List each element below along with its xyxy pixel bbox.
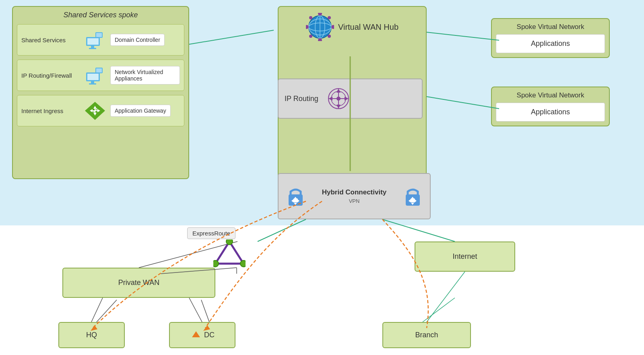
hybrid-connectivity-box: ✛ Hybrid Connectivity VPN: [278, 173, 431, 219]
lock-icon-right: [402, 184, 424, 208]
shared-services-label: Shared Services: [21, 37, 80, 43]
svg-rect-15: [91, 46, 94, 48]
ip-routing-row: IP Routing/Firewall Network Virtualized …: [17, 60, 184, 91]
svg-point-75: [240, 260, 246, 267]
dc-arrow-icon: [190, 329, 202, 341]
spoke-vnet-2: Spoke Virtual Network Applications: [491, 87, 610, 126]
svg-point-39: [318, 38, 322, 41]
internet-ingress-label: Internet Ingress: [21, 107, 80, 114]
routing-icon: [326, 87, 351, 111]
hybrid-connectivity-label: Hybrid Connectivity VPN: [322, 188, 387, 204]
expressroute-icon: [213, 239, 246, 269]
svg-line-72: [229, 241, 244, 264]
svg-point-40: [306, 25, 309, 29]
domain-controller-label: Domain Controller: [110, 34, 165, 46]
svg-rect-14: [87, 38, 99, 45]
internet-box: Internet: [415, 241, 515, 272]
dc-label: DC: [204, 331, 215, 339]
wan-hub-header: Virtual WAN Hub: [279, 7, 426, 45]
svg-marker-53: [336, 105, 341, 109]
svg-rect-24: [96, 68, 102, 72]
shared-services-spoke-title: Shared Services spoke: [17, 11, 184, 19]
application-gateway-label: Application Gateway: [110, 105, 171, 117]
svg-point-44: [309, 35, 312, 38]
dc-box: DC: [169, 322, 235, 348]
svg-marker-55: [328, 97, 332, 101]
spoke-vnet-1-title: Spoke Virtual Network: [496, 23, 605, 31]
private-wan-label: Private WAN: [118, 279, 159, 287]
svg-point-38: [318, 13, 322, 16]
wan-hub-title: Virtual WAN Hub: [338, 23, 398, 32]
internet-label: Internet: [452, 252, 477, 261]
ip-routing-text: IP Routing: [285, 95, 318, 103]
svg-point-43: [328, 16, 331, 19]
shared-services-row: Shared Services Domain Controller: [17, 24, 184, 56]
svg-rect-20: [87, 74, 99, 80]
svg-point-42: [309, 16, 312, 19]
svg-point-73: [226, 239, 233, 245]
expressroute-label: ExpressRoute: [187, 227, 235, 239]
svg-rect-18: [96, 33, 102, 37]
spoke-vnet-1-inner: Applications: [496, 34, 605, 53]
network-virtualized-label: Network Virtualized Appliances: [110, 66, 180, 85]
svg-point-74: [213, 260, 219, 267]
svg-point-45: [328, 35, 331, 38]
gateway-icon: ⤢: [83, 99, 107, 123]
svg-marker-51: [345, 97, 349, 101]
svg-rect-65: [411, 198, 415, 202]
svg-line-70: [215, 241, 229, 264]
hq-label: HQ: [86, 331, 97, 339]
server-icon-1: [83, 28, 107, 52]
ip-routing-label: IP Routing/Firewall: [21, 72, 80, 79]
svg-marker-49: [336, 89, 341, 93]
shared-services-spoke: Shared Services spoke Shared Services Do…: [12, 6, 189, 179]
svg-point-56: [336, 97, 341, 101]
server-icon-2: [83, 63, 107, 87]
branch-box: Branch: [382, 322, 471, 348]
branch-label: Branch: [415, 331, 438, 339]
svg-rect-21: [91, 81, 94, 83]
private-wan-box: Private WAN: [62, 268, 215, 298]
spoke-vnet-2-title: Spoke Virtual Network: [496, 91, 605, 99]
svg-rect-16: [89, 48, 96, 49]
svg-point-41: [331, 25, 334, 29]
svg-marker-76: [192, 331, 200, 337]
hq-box: HQ: [58, 322, 125, 348]
svg-text:✛: ✛: [294, 199, 297, 203]
lock-icon-left: ✛: [285, 184, 307, 208]
spoke-vnet-2-inner: Applications: [496, 103, 605, 122]
globe-icon: [306, 13, 334, 41]
ip-routing-box: IP Routing: [278, 78, 423, 119]
internet-ingress-row: Internet Ingress ⤢ Application Gateway: [17, 95, 184, 126]
spoke-vnet-1: Spoke Virtual Network Applications: [491, 18, 610, 58]
svg-rect-22: [89, 83, 96, 85]
